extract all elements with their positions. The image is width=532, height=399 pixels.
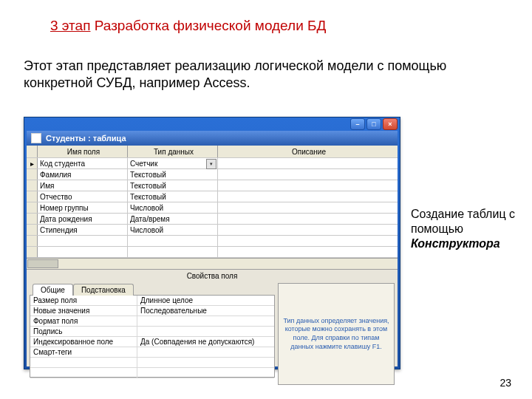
table-row[interactable]: Фамилия Текстовый xyxy=(27,169,398,180)
grid-header: Имя поля Тип данных Описание xyxy=(27,146,398,158)
field-desc[interactable] xyxy=(218,158,398,168)
field-name[interactable]: Отчество xyxy=(38,191,128,202)
table-row[interactable] xyxy=(27,236,398,247)
col-desc: Описание xyxy=(218,146,398,157)
window-title: Студенты : таблица xyxy=(46,134,126,143)
prop-row[interactable]: Индексированное поле Да (Совпадения не д… xyxy=(30,337,274,347)
props-heading: Свойства поля xyxy=(27,270,398,283)
prop-value[interactable]: Последовательные xyxy=(137,306,274,316)
field-type[interactable]: Текстовый xyxy=(128,191,218,202)
maximize-button[interactable]: □ xyxy=(366,118,381,130)
minimize-button[interactable]: – xyxy=(350,118,365,130)
row-selector[interactable]: ▸ xyxy=(27,158,38,168)
field-name[interactable]: Дата рождения xyxy=(38,214,128,224)
prop-row[interactable]: Подпись xyxy=(30,327,274,337)
intro-text: Этот этап представляет реализацию логиче… xyxy=(24,58,497,92)
props-body: Размер поля Длинное целое Новые значения… xyxy=(30,295,275,378)
field-name[interactable]: Стипендия xyxy=(38,225,128,235)
prop-row[interactable] xyxy=(30,368,274,378)
field-properties: Общие Подстановка Размер поля Длинное це… xyxy=(27,283,398,385)
prop-value[interactable]: Да (Совпадения не допускаются) xyxy=(137,337,274,347)
table-icon xyxy=(31,133,41,143)
field-type[interactable]: Числовой xyxy=(128,225,218,235)
prop-row[interactable]: Размер поля Длинное целое xyxy=(30,296,274,306)
table-row[interactable]: Имя Текстовый xyxy=(27,180,398,191)
access-window: – □ × Студенты : таблица Имя поля Тип да… xyxy=(24,117,400,369)
prop-value[interactable]: Длинное целое xyxy=(137,296,274,305)
prop-value[interactable] xyxy=(137,327,274,336)
horizontal-scrollbar[interactable] xyxy=(27,258,398,269)
prop-row[interactable] xyxy=(30,358,274,368)
field-name[interactable]: Имя xyxy=(38,180,128,191)
chevron-down-icon[interactable]: ▾ xyxy=(206,159,216,169)
field-name[interactable]: Фамилия xyxy=(38,169,128,180)
table-row[interactable]: Дата рождения Дата/время xyxy=(27,214,398,225)
stage-label: 3 этап xyxy=(50,18,90,33)
prop-label: Индексированное поле xyxy=(30,337,137,347)
field-type[interactable]: Числовой xyxy=(128,202,218,213)
field-type[interactable]: Текстовый xyxy=(128,169,218,180)
col-name: Имя поля xyxy=(38,146,128,157)
prop-label: Подпись xyxy=(30,327,137,336)
table-row[interactable]: Стипендия Числовой xyxy=(27,225,398,236)
prop-row[interactable]: Смарт-теги xyxy=(30,347,274,358)
close-button[interactable]: × xyxy=(383,118,398,130)
prop-label: Новые значения xyxy=(30,306,137,316)
prop-label: Смарт-теги xyxy=(30,347,137,357)
table-row[interactable]: ▸ Код студента Счетчик ▾ xyxy=(27,158,398,169)
outer-titlebar: – □ × xyxy=(24,117,400,131)
side-caption: Создание таблиц с помощью Конструктора xyxy=(411,207,522,251)
scroll-thumb[interactable] xyxy=(27,259,58,268)
table-row[interactable]: Номер группы Числовой xyxy=(27,202,398,214)
field-name[interactable]: Номер группы xyxy=(38,202,128,213)
table-row[interactable] xyxy=(27,247,398,258)
props-tabstrip: Общие Подстановка xyxy=(30,284,275,296)
prop-value[interactable] xyxy=(137,347,274,357)
tab-general[interactable]: Общие xyxy=(33,284,73,296)
type-hint: Тип данных определяет значения, которые … xyxy=(278,283,395,385)
table-row[interactable]: Отчество Текстовый xyxy=(27,191,398,202)
side-caption-em: Конструктора xyxy=(411,237,500,250)
title-rest: Разработка физической модели БД xyxy=(90,18,326,33)
col-type: Тип данных xyxy=(128,146,218,157)
prop-label: Формат поля xyxy=(30,316,137,326)
field-type[interactable]: Дата/время xyxy=(128,214,218,224)
prop-value[interactable] xyxy=(137,316,274,326)
field-type[interactable]: Текстовый xyxy=(128,180,218,191)
inner-titlebar: Студенты : таблица xyxy=(27,131,398,146)
page-number: 23 xyxy=(499,377,511,389)
field-name[interactable]: Код студента xyxy=(38,158,128,168)
prop-row[interactable]: Новые значения Последовательные xyxy=(30,306,274,316)
prop-label: Размер поля xyxy=(30,296,137,305)
slide-title: 3 этап Разработка физической модели БД xyxy=(50,18,326,34)
prop-row[interactable]: Формат поля xyxy=(30,316,274,327)
tab-lookup[interactable]: Подстановка xyxy=(73,284,134,296)
design-grid: Имя поля Тип данных Описание ▸ Код студе… xyxy=(27,146,398,270)
field-type[interactable]: Счетчик ▾ xyxy=(128,158,218,168)
